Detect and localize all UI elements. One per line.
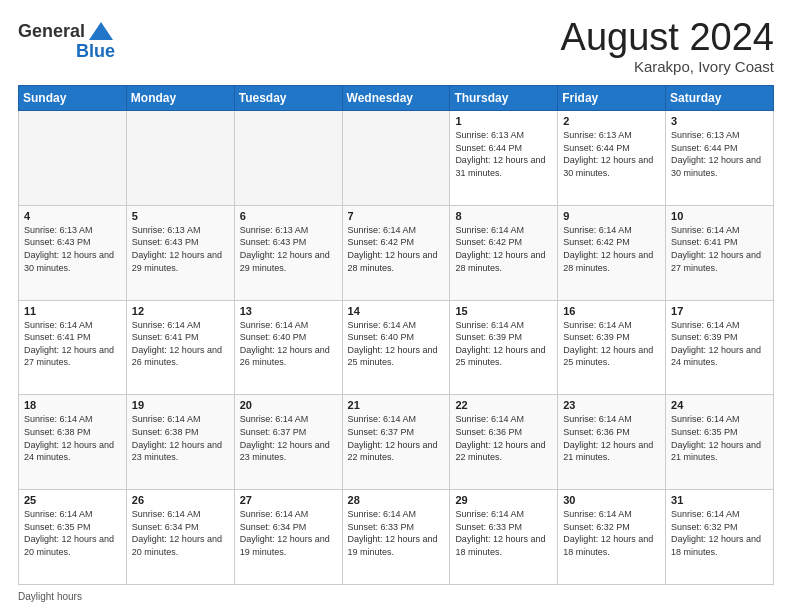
calendar-cell: 19Sunrise: 6:14 AM Sunset: 6:38 PM Dayli… bbox=[126, 395, 234, 490]
title-block: August 2024 Karakpo, Ivory Coast bbox=[561, 18, 774, 75]
calendar-cell: 16Sunrise: 6:14 AM Sunset: 6:39 PM Dayli… bbox=[558, 300, 666, 395]
calendar-week-1: 1Sunrise: 6:13 AM Sunset: 6:44 PM Daylig… bbox=[19, 111, 774, 206]
day-number: 8 bbox=[455, 210, 552, 222]
day-number: 10 bbox=[671, 210, 768, 222]
day-info: Sunrise: 6:13 AM Sunset: 6:43 PM Dayligh… bbox=[240, 224, 337, 274]
day-number: 6 bbox=[240, 210, 337, 222]
calendar-cell bbox=[342, 111, 450, 206]
day-number: 3 bbox=[671, 115, 768, 127]
calendar-cell: 1Sunrise: 6:13 AM Sunset: 6:44 PM Daylig… bbox=[450, 111, 558, 206]
calendar-cell: 15Sunrise: 6:14 AM Sunset: 6:39 PM Dayli… bbox=[450, 300, 558, 395]
day-info: Sunrise: 6:14 AM Sunset: 6:38 PM Dayligh… bbox=[132, 413, 229, 463]
calendar-cell: 4Sunrise: 6:13 AM Sunset: 6:43 PM Daylig… bbox=[19, 205, 127, 300]
day-info: Sunrise: 6:14 AM Sunset: 6:39 PM Dayligh… bbox=[455, 319, 552, 369]
calendar-cell: 31Sunrise: 6:14 AM Sunset: 6:32 PM Dayli… bbox=[666, 490, 774, 585]
weekday-header-saturday: Saturday bbox=[666, 86, 774, 111]
day-number: 21 bbox=[348, 399, 445, 411]
title-month: August 2024 bbox=[561, 18, 774, 56]
day-info: Sunrise: 6:13 AM Sunset: 6:44 PM Dayligh… bbox=[671, 129, 768, 179]
day-info: Sunrise: 6:14 AM Sunset: 6:32 PM Dayligh… bbox=[563, 508, 660, 558]
day-number: 13 bbox=[240, 305, 337, 317]
day-number: 24 bbox=[671, 399, 768, 411]
day-number: 2 bbox=[563, 115, 660, 127]
day-number: 17 bbox=[671, 305, 768, 317]
calendar-cell: 29Sunrise: 6:14 AM Sunset: 6:33 PM Dayli… bbox=[450, 490, 558, 585]
day-number: 29 bbox=[455, 494, 552, 506]
day-info: Sunrise: 6:13 AM Sunset: 6:43 PM Dayligh… bbox=[24, 224, 121, 274]
weekday-header-tuesday: Tuesday bbox=[234, 86, 342, 111]
day-number: 19 bbox=[132, 399, 229, 411]
calendar-cell: 21Sunrise: 6:14 AM Sunset: 6:37 PM Dayli… bbox=[342, 395, 450, 490]
day-info: Sunrise: 6:14 AM Sunset: 6:42 PM Dayligh… bbox=[563, 224, 660, 274]
day-info: Sunrise: 6:14 AM Sunset: 6:39 PM Dayligh… bbox=[671, 319, 768, 369]
day-number: 23 bbox=[563, 399, 660, 411]
calendar-cell: 17Sunrise: 6:14 AM Sunset: 6:39 PM Dayli… bbox=[666, 300, 774, 395]
day-info: Sunrise: 6:14 AM Sunset: 6:40 PM Dayligh… bbox=[240, 319, 337, 369]
calendar-cell: 11Sunrise: 6:14 AM Sunset: 6:41 PM Dayli… bbox=[19, 300, 127, 395]
calendar-cell: 7Sunrise: 6:14 AM Sunset: 6:42 PM Daylig… bbox=[342, 205, 450, 300]
day-number: 20 bbox=[240, 399, 337, 411]
calendar-cell: 28Sunrise: 6:14 AM Sunset: 6:33 PM Dayli… bbox=[342, 490, 450, 585]
calendar-cell: 26Sunrise: 6:14 AM Sunset: 6:34 PM Dayli… bbox=[126, 490, 234, 585]
logo-blue-text: Blue bbox=[76, 42, 115, 62]
title-location: Karakpo, Ivory Coast bbox=[561, 58, 774, 75]
day-number: 7 bbox=[348, 210, 445, 222]
weekday-header-row: SundayMondayTuesdayWednesdayThursdayFrid… bbox=[19, 86, 774, 111]
daylight-hours-label: Daylight hours bbox=[18, 591, 82, 602]
day-info: Sunrise: 6:14 AM Sunset: 6:42 PM Dayligh… bbox=[348, 224, 445, 274]
calendar-cell: 24Sunrise: 6:14 AM Sunset: 6:35 PM Dayli… bbox=[666, 395, 774, 490]
day-info: Sunrise: 6:14 AM Sunset: 6:37 PM Dayligh… bbox=[348, 413, 445, 463]
weekday-header-monday: Monday bbox=[126, 86, 234, 111]
calendar-cell: 3Sunrise: 6:13 AM Sunset: 6:44 PM Daylig… bbox=[666, 111, 774, 206]
day-info: Sunrise: 6:14 AM Sunset: 6:42 PM Dayligh… bbox=[455, 224, 552, 274]
day-info: Sunrise: 6:14 AM Sunset: 6:34 PM Dayligh… bbox=[132, 508, 229, 558]
day-number: 22 bbox=[455, 399, 552, 411]
day-info: Sunrise: 6:14 AM Sunset: 6:41 PM Dayligh… bbox=[671, 224, 768, 274]
calendar-cell: 10Sunrise: 6:14 AM Sunset: 6:41 PM Dayli… bbox=[666, 205, 774, 300]
logo: General Blue bbox=[18, 18, 115, 62]
day-number: 1 bbox=[455, 115, 552, 127]
day-info: Sunrise: 6:14 AM Sunset: 6:34 PM Dayligh… bbox=[240, 508, 337, 558]
logo-general-text: General bbox=[18, 22, 85, 42]
day-number: 14 bbox=[348, 305, 445, 317]
calendar-cell: 18Sunrise: 6:14 AM Sunset: 6:38 PM Dayli… bbox=[19, 395, 127, 490]
footer: Daylight hours bbox=[18, 591, 774, 602]
day-number: 18 bbox=[24, 399, 121, 411]
day-info: Sunrise: 6:14 AM Sunset: 6:38 PM Dayligh… bbox=[24, 413, 121, 463]
day-number: 16 bbox=[563, 305, 660, 317]
day-info: Sunrise: 6:14 AM Sunset: 6:36 PM Dayligh… bbox=[563, 413, 660, 463]
calendar-cell: 8Sunrise: 6:14 AM Sunset: 6:42 PM Daylig… bbox=[450, 205, 558, 300]
day-number: 28 bbox=[348, 494, 445, 506]
calendar-cell: 14Sunrise: 6:14 AM Sunset: 6:40 PM Dayli… bbox=[342, 300, 450, 395]
weekday-header-thursday: Thursday bbox=[450, 86, 558, 111]
day-info: Sunrise: 6:14 AM Sunset: 6:40 PM Dayligh… bbox=[348, 319, 445, 369]
calendar-cell: 22Sunrise: 6:14 AM Sunset: 6:36 PM Dayli… bbox=[450, 395, 558, 490]
calendar-cell: 12Sunrise: 6:14 AM Sunset: 6:41 PM Dayli… bbox=[126, 300, 234, 395]
svg-marker-0 bbox=[89, 22, 113, 40]
day-number: 4 bbox=[24, 210, 121, 222]
calendar-cell: 2Sunrise: 6:13 AM Sunset: 6:44 PM Daylig… bbox=[558, 111, 666, 206]
day-info: Sunrise: 6:14 AM Sunset: 6:33 PM Dayligh… bbox=[455, 508, 552, 558]
day-info: Sunrise: 6:14 AM Sunset: 6:33 PM Dayligh… bbox=[348, 508, 445, 558]
day-number: 12 bbox=[132, 305, 229, 317]
day-number: 15 bbox=[455, 305, 552, 317]
calendar-week-3: 11Sunrise: 6:14 AM Sunset: 6:41 PM Dayli… bbox=[19, 300, 774, 395]
day-info: Sunrise: 6:14 AM Sunset: 6:32 PM Dayligh… bbox=[671, 508, 768, 558]
weekday-header-friday: Friday bbox=[558, 86, 666, 111]
calendar-week-5: 25Sunrise: 6:14 AM Sunset: 6:35 PM Dayli… bbox=[19, 490, 774, 585]
day-info: Sunrise: 6:14 AM Sunset: 6:41 PM Dayligh… bbox=[24, 319, 121, 369]
calendar-week-4: 18Sunrise: 6:14 AM Sunset: 6:38 PM Dayli… bbox=[19, 395, 774, 490]
calendar-cell bbox=[19, 111, 127, 206]
calendar-cell bbox=[234, 111, 342, 206]
day-number: 9 bbox=[563, 210, 660, 222]
day-info: Sunrise: 6:14 AM Sunset: 6:39 PM Dayligh… bbox=[563, 319, 660, 369]
day-info: Sunrise: 6:13 AM Sunset: 6:44 PM Dayligh… bbox=[563, 129, 660, 179]
day-info: Sunrise: 6:13 AM Sunset: 6:43 PM Dayligh… bbox=[132, 224, 229, 274]
day-number: 30 bbox=[563, 494, 660, 506]
weekday-header-wednesday: Wednesday bbox=[342, 86, 450, 111]
day-number: 31 bbox=[671, 494, 768, 506]
calendar-cell: 30Sunrise: 6:14 AM Sunset: 6:32 PM Dayli… bbox=[558, 490, 666, 585]
day-number: 11 bbox=[24, 305, 121, 317]
calendar-week-2: 4Sunrise: 6:13 AM Sunset: 6:43 PM Daylig… bbox=[19, 205, 774, 300]
calendar-cell: 20Sunrise: 6:14 AM Sunset: 6:37 PM Dayli… bbox=[234, 395, 342, 490]
